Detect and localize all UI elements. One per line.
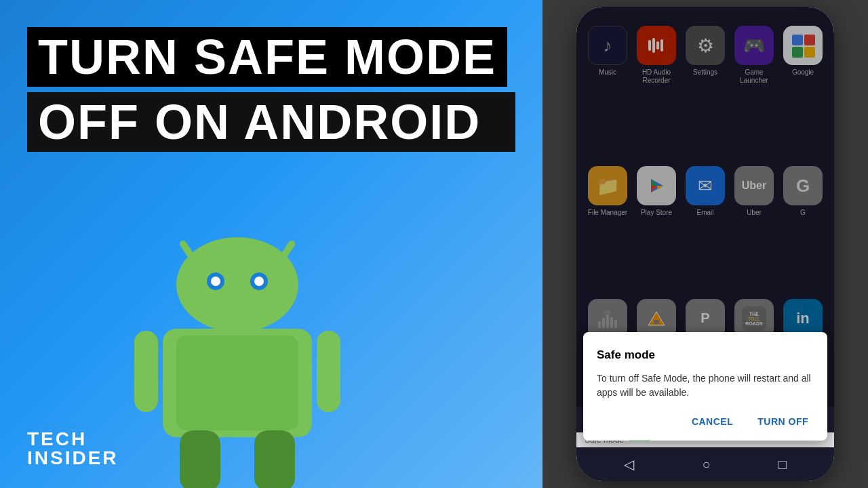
- svg-point-5: [211, 277, 220, 286]
- brand-tech: TECH: [27, 430, 119, 449]
- svg-rect-8: [134, 331, 158, 412]
- back-button[interactable]: ◁: [624, 456, 634, 472]
- phone-screen: ♪ Music HD Audio Recorder: [576, 7, 834, 481]
- svg-rect-12: [176, 336, 298, 430]
- dialog-buttons: Cancel Turn off: [597, 413, 814, 430]
- turn-off-button[interactable]: Turn off: [752, 413, 814, 430]
- safe-mode-dialog: Safe mode To turn off Safe Mode, the pho…: [583, 332, 827, 441]
- home-button[interactable]: ○: [702, 457, 710, 472]
- title-line1: TURN SAFE MODE: [27, 27, 507, 87]
- cancel-button[interactable]: Cancel: [686, 413, 738, 430]
- brand-insider: INSIDER: [27, 449, 119, 468]
- svg-point-2: [176, 237, 298, 332]
- tech-insider-logo: TECH INSIDER: [27, 430, 119, 468]
- svg-rect-11: [254, 430, 295, 488]
- title-text-2: OFF ON ANDROID: [38, 98, 505, 146]
- android-robot: [115, 217, 359, 488]
- svg-rect-9: [317, 331, 340, 412]
- recent-apps-button[interactable]: □: [778, 457, 787, 472]
- left-panel: TURN SAFE MODE OFF ON ANDROID: [0, 0, 542, 488]
- dialog-message: To turn off Safe Mode, the phone will re…: [597, 371, 814, 400]
- dialog-title: Safe mode: [597, 348, 814, 362]
- title-text-1: TURN SAFE MODE: [38, 33, 496, 81]
- svg-rect-10: [180, 430, 220, 488]
- title-container: TURN SAFE MODE OFF ON ANDROID: [27, 27, 515, 152]
- svg-point-6: [254, 277, 264, 286]
- right-panel: ♪ Music HD Audio Recorder: [542, 0, 868, 488]
- navigation-bar: ◁ ○ □: [576, 447, 834, 481]
- phone-mockup: ♪ Music HD Audio Recorder: [576, 7, 834, 481]
- title-line2: OFF ON ANDROID: [27, 92, 515, 152]
